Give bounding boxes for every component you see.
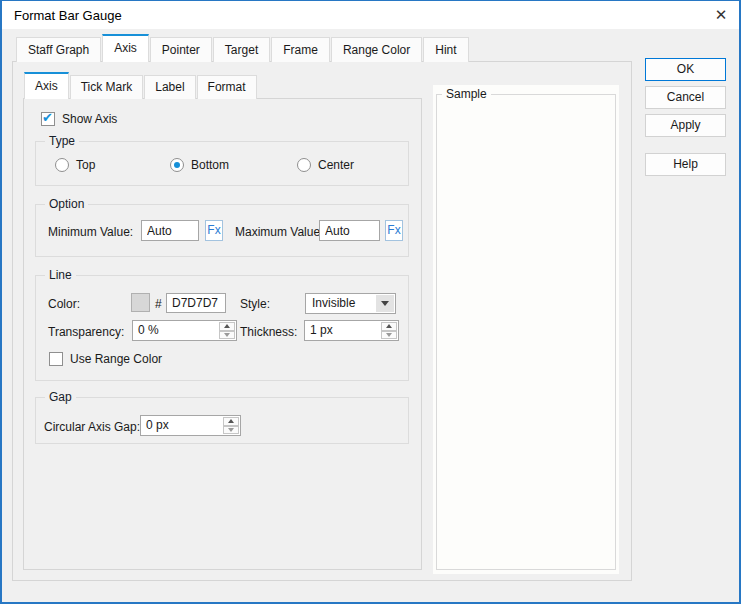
color-label: Color: — [48, 297, 80, 311]
spin-down-button[interactable] — [381, 331, 397, 340]
tab-range-color[interactable]: Range Color — [331, 37, 422, 62]
close-icon[interactable]: ✕ — [709, 4, 733, 26]
ok-button[interactable]: OK — [645, 58, 726, 81]
tab-pointer[interactable]: Pointer — [150, 37, 212, 62]
option-group-legend: Option — [45, 197, 88, 211]
minimum-fx-button[interactable]: Fx — [205, 220, 223, 241]
subtab-label[interactable]: Label — [144, 75, 195, 99]
cancel-button[interactable]: Cancel — [645, 86, 726, 109]
arrow-up-icon — [228, 419, 234, 423]
sample-group: Sample — [436, 94, 616, 570]
maximum-value-input[interactable] — [319, 220, 380, 241]
transparency-stepper[interactable]: 0 % — [132, 320, 237, 341]
minimum-value-input[interactable] — [141, 220, 199, 241]
format-bar-gauge-dialog: Format Bar Gauge ✕ Staff Graph Axis Poin… — [0, 0, 741, 604]
secondary-tab-strip: Axis Tick Mark Label Format — [24, 72, 258, 99]
circular-axis-gap-label: Circular Axis Gap: — [44, 420, 140, 434]
primary-tab-strip: Staff Graph Axis Pointer Target Frame Ra… — [16, 34, 470, 62]
subtab-tick-mark[interactable]: Tick Mark — [70, 75, 144, 99]
tab-frame[interactable]: Frame — [271, 37, 330, 62]
spin-up-button[interactable] — [381, 322, 397, 331]
dropdown-arrow-button[interactable] — [376, 295, 394, 312]
tab-axis[interactable]: Axis — [102, 34, 149, 62]
radio-center[interactable]: Center — [297, 158, 354, 172]
radio-circle[interactable] — [55, 158, 69, 172]
line-group-legend: Line — [45, 268, 76, 282]
show-axis-checkbox[interactable]: ✔ Show Axis — [41, 112, 117, 126]
gap-group-legend: Gap — [45, 390, 76, 404]
minimum-value-label: Minimum Value: — [48, 225, 133, 239]
thickness-label: Thickness: — [240, 325, 297, 339]
color-swatch[interactable] — [131, 293, 150, 312]
transparency-label: Transparency: — [48, 325, 124, 339]
radio-center-label: Center — [318, 158, 354, 172]
color-hex-input[interactable] — [166, 293, 226, 313]
spin-up-button[interactable] — [223, 417, 239, 426]
arrow-up-icon — [224, 324, 230, 328]
style-dropdown-value: Invisible — [312, 296, 355, 310]
sample-group-legend: Sample — [442, 87, 491, 101]
transparency-value: 0 % — [138, 323, 159, 337]
show-axis-label: Show Axis — [62, 112, 117, 126]
apply-button[interactable]: Apply — [645, 114, 726, 137]
radio-circle[interactable] — [297, 158, 311, 172]
radio-top[interactable]: Top — [55, 158, 95, 172]
chevron-down-icon — [381, 301, 389, 306]
radio-bottom[interactable]: Bottom — [170, 158, 229, 172]
radio-top-label: Top — [76, 158, 95, 172]
title-bar: Format Bar Gauge ✕ — [2, 1, 739, 29]
subtab-format[interactable]: Format — [197, 75, 257, 99]
arrow-up-icon — [386, 324, 392, 328]
arrow-down-icon — [228, 428, 234, 432]
help-button[interactable]: Help — [645, 153, 726, 176]
checkbox-box[interactable]: ✔ — [41, 112, 55, 126]
use-range-color-checkbox[interactable]: Use Range Color — [49, 352, 162, 366]
check-icon: ✔ — [42, 110, 53, 125]
style-dropdown[interactable]: Invisible — [305, 293, 396, 314]
radio-circle[interactable] — [170, 158, 184, 172]
style-label: Style: — [240, 297, 270, 311]
circular-axis-gap-value: 0 px — [146, 418, 169, 432]
dialog-title: Format Bar Gauge — [14, 8, 122, 23]
arrow-down-icon — [224, 333, 230, 337]
maximum-fx-button[interactable]: Fx — [385, 220, 403, 241]
thickness-stepper[interactable]: 1 px — [304, 320, 399, 341]
spin-up-button[interactable] — [219, 322, 235, 331]
spin-down-button[interactable] — [223, 426, 239, 435]
checkbox-box[interactable] — [49, 352, 63, 366]
thickness-value: 1 px — [310, 323, 333, 337]
hash-symbol: # — [155, 297, 162, 311]
use-range-color-label: Use Range Color — [70, 352, 162, 366]
type-group-legend: Type — [45, 134, 79, 148]
tab-hint[interactable]: Hint — [423, 37, 468, 62]
maximum-value-label: Maximum Value: — [235, 225, 323, 239]
subtab-axis[interactable]: Axis — [24, 72, 69, 99]
circular-axis-gap-stepper[interactable]: 0 px — [140, 415, 241, 436]
spin-down-button[interactable] — [219, 331, 235, 340]
arrow-down-icon — [386, 333, 392, 337]
tab-target[interactable]: Target — [213, 37, 270, 62]
radio-bottom-label: Bottom — [191, 158, 229, 172]
tab-staff-graph[interactable]: Staff Graph — [16, 37, 101, 62]
sample-panel: Sample — [433, 85, 619, 574]
